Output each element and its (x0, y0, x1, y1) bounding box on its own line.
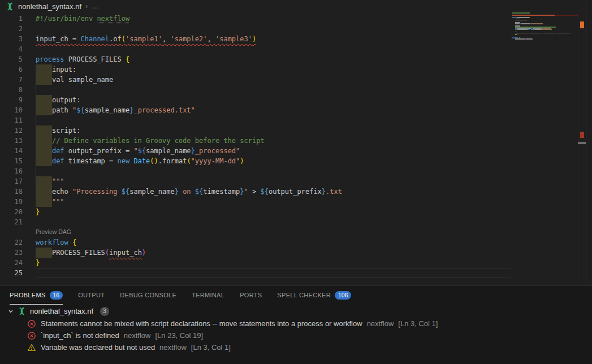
line-number[interactable]: 4 (0, 44, 23, 54)
code-line-8[interactable]: 8 (0, 85, 511, 95)
code-lines[interactable]: 1#!/usr/bin/env nextflow23input_ch = Cha… (0, 14, 511, 278)
line-content[interactable]: echo "Processing ${sample_name} on ${tim… (36, 187, 511, 197)
line-content[interactable]: output: (36, 95, 511, 105)
line-content[interactable] (36, 166, 511, 176)
line-content[interactable]: } (36, 258, 511, 268)
code-line-6[interactable]: 6 input: (0, 64, 511, 75)
code-token: , (208, 35, 215, 43)
line-content[interactable]: """ (36, 176, 511, 187)
panel-tab-problems[interactable]: PROBLEMS16 (10, 286, 63, 305)
line-number[interactable]: 6 (0, 64, 23, 75)
code-line-19[interactable]: 19 """ (0, 197, 511, 207)
line-number[interactable]: 1 (0, 14, 23, 24)
line-content[interactable]: process PROCESS_FILES { (36, 54, 511, 64)
code-line-2[interactable]: 2 (0, 24, 511, 34)
line-number[interactable]: 22 (0, 237, 23, 248)
panel-tab-spell-checker[interactable]: SPELL CHECKER106 (277, 286, 351, 305)
code-line-9[interactable]: 9 output: (0, 95, 511, 105)
line-number[interactable]: 13 (0, 136, 23, 146)
codelens-preview-dag[interactable]: Preview DAG (0, 227, 511, 237)
line-content[interactable]: } (36, 207, 511, 217)
line-content[interactable]: workflow { (36, 237, 511, 248)
minimap[interactable] (512, 12, 578, 285)
code-line-24[interactable]: 24} (0, 258, 511, 268)
line-number[interactable]: 24 (0, 258, 23, 268)
problem-row[interactable]: Statements cannot be mixed with script d… (0, 318, 592, 330)
code-line-23[interactable]: 23 PROCESS_FILES(input_ch) (0, 248, 511, 258)
line-number[interactable]: 18 (0, 187, 23, 197)
code-line-3[interactable]: 3input_ch = Channel.of('sample1', 'sampl… (0, 34, 511, 44)
line-number[interactable]: 2 (0, 24, 23, 34)
panel-tab-terminal[interactable]: TERMINAL (192, 286, 224, 305)
line-number[interactable]: 19 (0, 197, 23, 207)
chevron-down-icon[interactable] (8, 309, 14, 314)
panel-tab-ports[interactable]: PORTS (240, 286, 262, 305)
code-line-17[interactable]: 17 """ (0, 176, 511, 187)
code-line-22[interactable]: 22workflow { (0, 237, 511, 248)
line-number[interactable]: 16 (0, 166, 23, 176)
overview-ruler[interactable] (578, 12, 586, 285)
line-content[interactable] (36, 115, 511, 125)
line-number[interactable]: 10 (0, 105, 23, 115)
code-line-10[interactable]: 10 path "${sample_name}_processed.txt" (0, 105, 511, 115)
line-number[interactable]: 15 (0, 156, 23, 166)
line-content[interactable]: // Define variables in Groovy code befor… (36, 136, 511, 146)
code-line-4[interactable]: 4 (0, 44, 511, 54)
line-content[interactable]: PROCESS_FILES(input_ch) (36, 248, 511, 258)
code-line-1[interactable]: 1#!/usr/bin/env nextflow (0, 14, 511, 24)
line-number[interactable]: 14 (0, 146, 23, 156)
line-content[interactable]: script: (36, 125, 511, 136)
line-content[interactable] (36, 24, 511, 34)
code-line-25[interactable]: 25 (0, 268, 511, 278)
line-content[interactable]: #!/usr/bin/env nextflow (36, 14, 511, 24)
code-line-13[interactable]: 13 // Define variables in Groovy code be… (0, 136, 511, 146)
line-number[interactable]: 5 (0, 54, 23, 64)
code-editor[interactable]: 1#!/usr/bin/env nextflow23input_ch = Cha… (0, 12, 592, 285)
line-content[interactable]: def output_prefix = "${sample_name}_proc… (36, 146, 511, 156)
problem-row[interactable]: Variable was declared but not usednextfl… (0, 341, 592, 353)
line-number[interactable]: 9 (0, 95, 23, 105)
breadcrumb-ellipsis[interactable]: … (92, 2, 98, 10)
line-number[interactable]: 12 (0, 125, 23, 136)
panel-tab-output[interactable]: OUTPUT (78, 286, 105, 305)
line-number[interactable]: 3 (0, 34, 23, 44)
line-number[interactable]: 11 (0, 115, 23, 125)
code-token: ) (252, 35, 256, 43)
panel-tab-debug-console[interactable]: DEBUG CONSOLE (120, 286, 176, 305)
code-line-20[interactable]: 20} (0, 207, 511, 217)
code-line-12[interactable]: 12 script: (0, 125, 511, 136)
line-content[interactable] (36, 85, 511, 95)
code-line-18[interactable]: 18 echo "Processing ${sample_name} on ${… (0, 187, 511, 197)
problem-row[interactable]: `input_ch` is not definednextflow[Ln 23,… (0, 330, 592, 341)
code-line-15[interactable]: 15 def timestamp = new Date().format("yy… (0, 156, 511, 166)
code-token: output: (52, 96, 81, 104)
code-line-21[interactable]: 21 (0, 217, 511, 227)
code-line-14[interactable]: 14 def output_prefix = "${sample_name}_p… (0, 146, 511, 156)
line-number[interactable]: 17 (0, 176, 23, 187)
line-number[interactable]: 20 (0, 207, 23, 217)
line-number[interactable]: 25 (0, 268, 23, 278)
line-content[interactable]: """ (36, 197, 511, 207)
line-content[interactable] (36, 268, 511, 278)
line-content[interactable]: input: (36, 64, 511, 75)
code-line-11[interactable]: 11 (0, 115, 511, 125)
line-content[interactable]: val sample_name (36, 75, 511, 85)
line-content[interactable]: path "${sample_name}_processed.txt" (36, 105, 511, 115)
problems-file-row[interactable]: nonlethal_syntax.nf 3 (0, 305, 592, 318)
problems-tree: nonlethal_syntax.nf 3 Statements cannot … (0, 305, 592, 353)
line-content[interactable] (36, 44, 511, 54)
code-line-5[interactable]: 5process PROCESS_FILES { (0, 54, 511, 64)
breadcrumb-file-name[interactable]: nonlethal_syntax.nf (18, 2, 81, 11)
line-number[interactable]: 8 (0, 85, 23, 95)
line-number[interactable]: 23 (0, 248, 23, 258)
breadcrumb[interactable]: nonlethal_syntax.nf › … (0, 0, 592, 12)
panel-tabs: PROBLEMS16OUTPUTDEBUG CONSOLETERMINALPOR… (0, 286, 592, 305)
line-number[interactable]: 21 (0, 217, 23, 227)
line-content[interactable] (36, 217, 511, 227)
line-number[interactable]: 7 (0, 75, 23, 85)
code-line-16[interactable]: 16 (0, 166, 511, 176)
minimap-segment (526, 38, 532, 40)
line-content[interactable]: input_ch = Channel.of('sample1', 'sample… (36, 34, 511, 44)
line-content[interactable]: def timestamp = new Date().format("yyyy-… (36, 156, 511, 166)
code-line-7[interactable]: 7 val sample_name (0, 75, 511, 85)
